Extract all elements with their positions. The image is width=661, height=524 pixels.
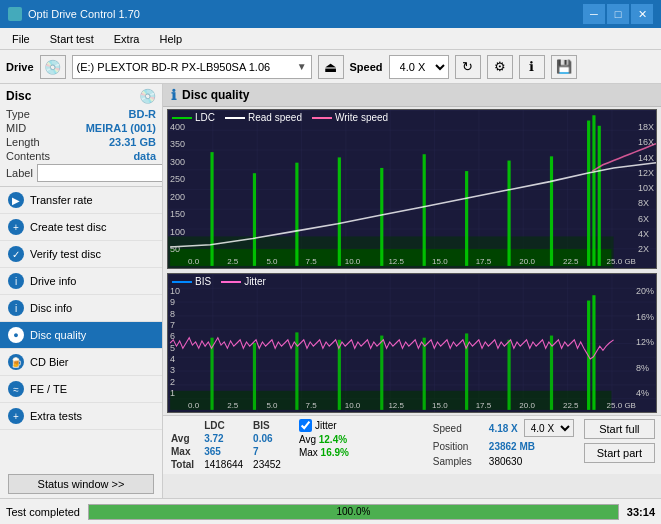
chart2-y-left-labels: 10987654321	[170, 286, 180, 398]
disc-section-label: Disc	[6, 89, 31, 103]
svg-rect-26	[507, 340, 510, 410]
sidebar-item-disc-info[interactable]: i Disc info	[0, 295, 162, 322]
sidebar-item-transfer-rate[interactable]: ▶ Transfer rate	[0, 187, 162, 214]
jitter-legend: Jitter	[244, 276, 266, 287]
cd-bier-icon: 🍺	[8, 354, 24, 370]
jitter-stats: Jitter Avg 12.4% Max 16.9%	[299, 419, 349, 458]
svg-rect-7	[338, 157, 341, 265]
disc-quality-header: ℹ Disc quality	[163, 84, 661, 107]
sidebar-item-drive-info[interactable]: i Drive info	[0, 268, 162, 295]
status-window-button[interactable]: Status window >>	[8, 474, 154, 494]
ldc-legend: LDC	[195, 112, 215, 123]
write-legend: Write speed	[335, 112, 388, 123]
chart2-svg	[168, 274, 656, 412]
ldc-chart: LDC Read speed Write speed	[167, 109, 657, 269]
save-button[interactable]: 💾	[551, 55, 577, 79]
drive-selector[interactable]: (E:) PLEXTOR BD-R PX-LB950SA 1.06 ▼	[72, 55, 312, 79]
svg-rect-22	[338, 340, 341, 410]
sidebar-item-disc-quality[interactable]: ● Disc quality	[0, 322, 162, 349]
svg-rect-4	[210, 152, 213, 266]
status-text: Test completed	[6, 506, 80, 518]
info-button[interactable]: ℹ	[519, 55, 545, 79]
menu-file[interactable]: File	[4, 32, 38, 46]
chart1-svg	[168, 110, 656, 268]
action-buttons: Start full Start part	[584, 419, 655, 463]
create-test-disc-icon: +	[8, 219, 24, 235]
settings-button[interactable]: ⚙	[487, 55, 513, 79]
chart2-y-right-labels: 20%16%12%8%4%	[636, 286, 654, 398]
transfer-rate-icon: ▶	[8, 192, 24, 208]
length-value: 23.31 GB	[109, 136, 156, 148]
read-legend: Read speed	[248, 112, 302, 123]
jitter-max-val: 16.9%	[321, 447, 349, 458]
start-part-button[interactable]: Start part	[584, 443, 655, 463]
sidebar-item-fe-te[interactable]: ≈ FE / TE	[0, 376, 162, 403]
jitter-avg-label: Avg	[299, 434, 316, 445]
start-full-button[interactable]: Start full	[584, 419, 655, 439]
bis-col-header: BIS	[251, 419, 289, 432]
chart1-y-labels: 18X16X14X12X10X8X6X4X2X	[638, 122, 654, 254]
svg-rect-8	[380, 168, 383, 266]
total-label: Total	[169, 458, 202, 471]
ldc-col-header: LDC	[202, 419, 251, 432]
svg-rect-29	[592, 295, 595, 410]
eject-disc-button[interactable]: ⏏	[318, 55, 344, 79]
charts-container: LDC Read speed Write speed	[163, 107, 661, 498]
nav-label-disc-info: Disc info	[30, 302, 72, 314]
nav-label-extra-tests: Extra tests	[30, 410, 82, 422]
menu-extra[interactable]: Extra	[106, 32, 148, 46]
svg-rect-27	[550, 336, 553, 410]
status-bar: Test completed 100.0% 33:14	[0, 498, 661, 524]
chevron-down-icon: ▼	[297, 61, 307, 72]
fe-te-icon: ≈	[8, 381, 24, 397]
progress-text: 100.0%	[89, 505, 618, 519]
samples-label: Samples	[433, 456, 483, 467]
speed-position-stats: Speed 4.18 X 4.0 X Position 23862 MB Sam…	[433, 419, 574, 469]
maximize-button[interactable]: □	[607, 4, 629, 24]
close-button[interactable]: ✕	[631, 4, 653, 24]
nav-label-transfer-rate: Transfer rate	[30, 194, 93, 206]
minimize-button[interactable]: ─	[583, 4, 605, 24]
nav-label-verify-test-disc: Verify test disc	[30, 248, 101, 260]
type-label: Type	[6, 108, 30, 120]
jitter-checkbox[interactable]	[299, 419, 312, 432]
svg-rect-6	[295, 163, 298, 266]
nav-label-cd-bier: CD Bier	[30, 356, 69, 368]
speed-select[interactable]: 4.0 X 2.0 X 8.0 X	[389, 55, 449, 79]
sidebar-item-cd-bier[interactable]: 🍺 CD Bier	[0, 349, 162, 376]
content-area: ℹ Disc quality LDC Read speed	[163, 84, 661, 498]
speed-stat-select[interactable]: 4.0 X	[524, 419, 574, 437]
nav-label-disc-quality: Disc quality	[30, 329, 86, 341]
sidebar-item-extra-tests[interactable]: + Extra tests	[0, 403, 162, 430]
disc-icon: 💿	[139, 88, 156, 104]
menu-help[interactable]: Help	[151, 32, 190, 46]
sidebar-item-verify-test-disc[interactable]: ✓ Verify test disc	[0, 241, 162, 268]
menu-start-test[interactable]: Start test	[42, 32, 102, 46]
svg-rect-9	[423, 154, 426, 266]
length-label: Length	[6, 136, 40, 148]
sidebar-item-create-test-disc[interactable]: + Create test disc	[0, 214, 162, 241]
nav-label-drive-info: Drive info	[30, 275, 76, 287]
max-label: Max	[169, 445, 202, 458]
disc-info-icon: i	[8, 300, 24, 316]
toolbar: Drive 💿 (E:) PLEXTOR BD-R PX-LB950SA 1.0…	[0, 50, 661, 84]
refresh-button[interactable]: ↻	[455, 55, 481, 79]
eject-button[interactable]: 💿	[40, 55, 66, 79]
jitter-label: Jitter	[315, 420, 337, 431]
drive-label: Drive	[6, 61, 34, 73]
max-bis: 7	[251, 445, 289, 458]
svg-rect-23	[380, 336, 383, 410]
avg-label: Avg	[169, 432, 202, 445]
menu-bar: File Start test Extra Help	[0, 28, 661, 50]
chart2-legend: BIS Jitter	[172, 276, 266, 287]
type-value: BD-R	[129, 108, 157, 120]
app-icon	[8, 7, 22, 21]
stats-table: LDC BIS Avg 3.72 0.06 Max 365 7	[169, 419, 289, 471]
bis-legend: BIS	[195, 276, 211, 287]
speed-stat-label: Speed	[433, 423, 483, 434]
disc-label-input[interactable]	[37, 164, 163, 182]
avg-bis: 0.06	[251, 432, 289, 445]
jitter-avg-val: 12.4%	[319, 434, 347, 445]
chart1-y-left-labels: 40035030025020015010050	[170, 122, 185, 254]
contents-value: data	[133, 150, 156, 162]
